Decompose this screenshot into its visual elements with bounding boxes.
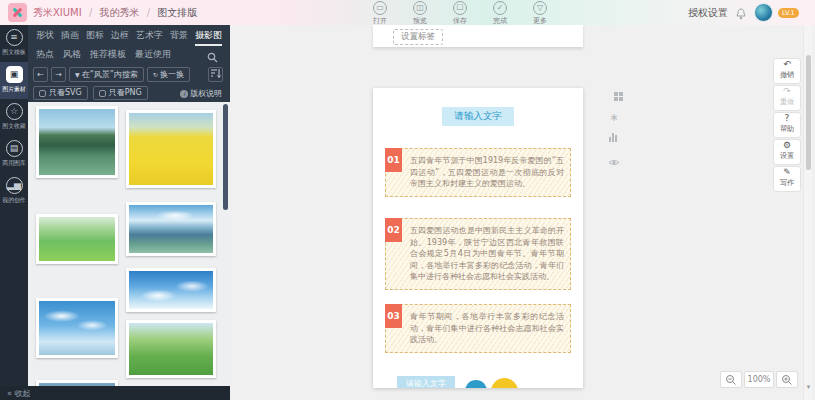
tab-borders[interactable]: 边框: [111, 29, 129, 46]
zoom-in-button[interactable]: [776, 371, 798, 388]
tab-shapes[interactable]: 形状: [36, 29, 54, 46]
brand-link[interactable]: 秀米XIUMI: [33, 7, 82, 18]
photo-thumbnail[interactable]: [36, 214, 118, 264]
title-placeholder[interactable]: 请输入文字: [442, 107, 514, 126]
sidebar-label: 我的创作: [1, 196, 26, 204]
canvas-side-tools: ∗: [606, 92, 622, 171]
panel-scrollbar[interactable]: [223, 104, 228, 210]
photo-image: [39, 109, 115, 175]
photo-thumbnail[interactable]: [126, 202, 216, 256]
sidebar-item-library[interactable]: ▤ 商用图库: [0, 136, 28, 173]
nav-layout[interactable]: 图文排版: [157, 7, 197, 18]
nav-my-xiumi[interactable]: 我的秀米: [99, 7, 139, 18]
photo-thumbnail[interactable]: [36, 106, 118, 178]
tab-photography[interactable]: 摄影图: [195, 29, 222, 46]
set-tags-button[interactable]: 设置标签: [393, 29, 443, 45]
photo-image: [39, 301, 115, 355]
zoom-out-button[interactable]: [720, 371, 742, 388]
chart-icon[interactable]: [606, 133, 622, 152]
notification-bell-icon[interactable]: [735, 6, 747, 25]
undo-button[interactable]: ↶ 撤销: [773, 58, 801, 84]
scroll-down-arrow-icon[interactable]: ▾: [804, 383, 813, 391]
photo-thumbnail[interactable]: [126, 268, 216, 312]
user-avatar[interactable]: [754, 3, 773, 22]
flower-icon[interactable]: ∗: [606, 111, 622, 130]
settings-button[interactable]: ⚙ 设置: [773, 139, 801, 165]
forward-button[interactable]: →: [51, 67, 66, 82]
back-button[interactable]: ←: [33, 67, 48, 82]
save-button[interactable]: ☐ 保存: [440, 1, 480, 26]
open-button[interactable]: ▭ 打开: [360, 1, 400, 26]
undo-label: 撤销: [775, 70, 800, 79]
help-button[interactable]: ? 帮助: [773, 112, 801, 138]
photo-image: [129, 271, 213, 309]
photo-thumbnail[interactable]: [36, 298, 118, 358]
footer-text-placeholder[interactable]: 请输入文字: [397, 376, 455, 388]
xiumi-logo[interactable]: [8, 3, 27, 22]
material-panel-header: 形状 插画 图标 边框 艺术字 背景 摄影图 热点 风格 推荐模板 最近使用 ←…: [28, 25, 230, 102]
shuffle-button[interactable]: ↻换一换: [147, 67, 190, 82]
scrollbar-thumb[interactable]: [806, 55, 811, 170]
photo-thumbnail[interactable]: [126, 110, 216, 188]
redo-button[interactable]: ↷ 重做: [773, 85, 801, 111]
sidebar-item-images[interactable]: ▣ 图片素材: [0, 62, 28, 99]
search-icon[interactable]: [207, 48, 218, 67]
tab-illustrations[interactable]: 插画: [61, 29, 79, 46]
page-scrollbar[interactable]: ▾: [803, 25, 812, 400]
auth-settings-link[interactable]: 授权设置: [688, 0, 728, 25]
sidebar-item-templates[interactable]: ≡ 图文模板: [0, 25, 28, 62]
only-svg-toggle[interactable]: 只看SVG: [33, 86, 88, 100]
check-icon: ✓: [493, 1, 507, 15]
block-text[interactable]: 五四爱国运动也是中国新民主主义革命的开始。1939年，陕甘宁边区西北青年救国联合…: [408, 219, 570, 289]
write-button[interactable]: ✎ 写作: [773, 166, 801, 192]
finish-button[interactable]: ✓ 完成: [480, 1, 520, 26]
top-bar: 秀米XIUMI / 我的秀米 / 图文排版 ▭ 打开 ◫ 预览 ☐ 保存 ✓ 完…: [0, 0, 815, 25]
info-icon: i: [180, 90, 188, 98]
block-number: 03: [385, 304, 402, 328]
zoom-level[interactable]: 100%: [744, 371, 774, 388]
sidebar-label: 图片素材: [1, 85, 26, 93]
shuffle-label: 换一换: [160, 70, 184, 79]
sidebar-item-my-works[interactable]: ▂▅ 我的创作: [0, 173, 28, 210]
only-png-toggle[interactable]: 只看PNG: [93, 86, 148, 100]
decorative-circle-blue[interactable]: [465, 380, 487, 388]
tab-style[interactable]: 风格: [63, 48, 81, 61]
numbered-text-block[interactable]: 02 五四爱国运动也是中国新民主主义革命的开始。1939年，陕甘宁边区西北青年救…: [385, 218, 571, 290]
photo-image: [129, 323, 213, 375]
copyright-info-link[interactable]: i 版权说明: [180, 88, 222, 99]
tab-icons[interactable]: 图标: [86, 29, 104, 46]
sidebar-item-favorites[interactable]: ☆ 图文收藏: [0, 99, 28, 136]
tab-recent[interactable]: 最近使用: [135, 48, 171, 61]
tab-hot[interactable]: 热点: [36, 48, 54, 61]
numbered-text-block[interactable]: 01 五四青年节源于中国1919年反帝爱国的“五四运动”，五四爱国运动是一次彻底…: [385, 148, 571, 197]
block-number: 01: [385, 148, 402, 172]
preview-button[interactable]: ◫ 预览: [400, 1, 440, 26]
photo-thumbnail[interactable]: [126, 320, 216, 378]
collapse-panel-button[interactable]: « 收起: [7, 388, 30, 399]
pencil-icon: ✎: [774, 167, 800, 178]
gear-icon: ⚙: [774, 140, 800, 151]
more-button[interactable]: ▽ 更多: [520, 1, 560, 26]
eye-icon[interactable]: [606, 152, 622, 171]
block-text[interactable]: 青年节期间，各地举行丰富多彩的纪念活动，青年们集中进行各种社会志愿和社会实践活动…: [408, 305, 570, 352]
subcategory-tabs: 热点 风格 推荐模板 最近使用: [36, 48, 171, 61]
only-png-label: 只看PNG: [109, 87, 142, 99]
numbered-text-block[interactable]: 03 青年节期间，各地举行丰富多彩的纪念活动，青年们集中进行各种社会志愿和社会实…: [385, 304, 571, 353]
redo-label: 重做: [775, 97, 800, 106]
checkbox-icon: [39, 90, 46, 97]
tab-recommended[interactable]: 推荐模板: [90, 48, 126, 61]
write-label: 写作: [775, 178, 800, 187]
breadcrumb: 秀米XIUMI / 我的秀米 / 图文排版: [33, 0, 197, 25]
document-page[interactable]: 请输入文字 01 五四青年节源于中国1919年反帝爱国的“五四运动”，五四爱国运…: [373, 88, 583, 388]
block-text[interactable]: 五四青年节源于中国1919年反帝爱国的“五四运动”，五四爱国运动是一次彻底的反对…: [408, 149, 570, 196]
title-row: 请输入文字: [373, 104, 583, 126]
level-badge: LV.1: [778, 8, 799, 18]
tab-backgrounds[interactable]: 背景: [170, 29, 188, 46]
help-label: 帮助: [775, 124, 800, 133]
grid-icon[interactable]: [606, 92, 622, 111]
tab-wordart[interactable]: 艺术字: [136, 29, 163, 46]
sort-button[interactable]: [208, 67, 223, 82]
search-in-category-button[interactable]: ▼在“风景”内搜索: [69, 67, 144, 82]
decorative-circle-yellow[interactable]: [491, 378, 518, 388]
only-svg-label: 只看SVG: [49, 87, 82, 99]
